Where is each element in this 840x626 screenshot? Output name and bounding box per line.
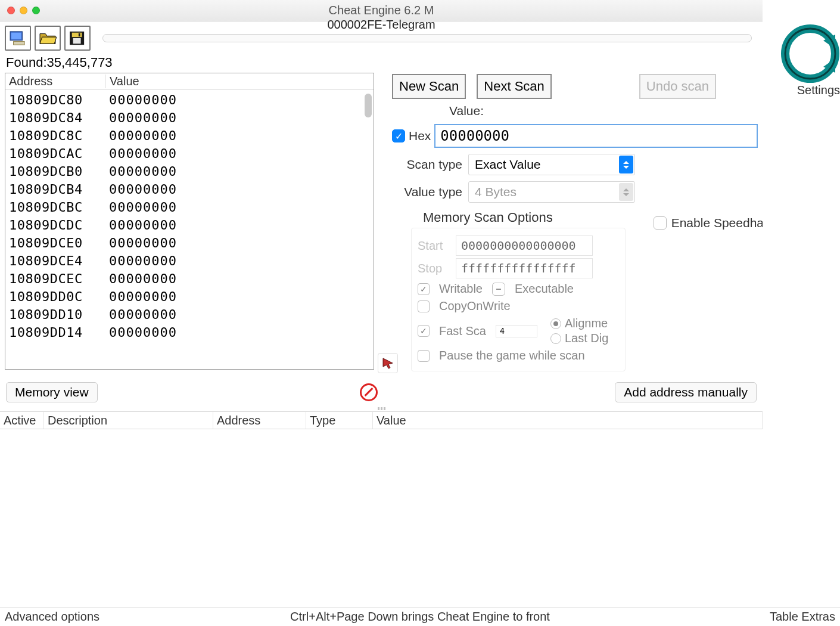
col-description[interactable]: Description	[44, 412, 213, 429]
folder-open-icon	[39, 30, 57, 46]
results-panel: Address Value 10809DC800000000010809DC84…	[5, 73, 374, 377]
executable-label: Executable	[515, 282, 574, 296]
hex-checkbox[interactable]: ✓	[392, 129, 405, 142]
chevron-updown-icon	[619, 183, 633, 201]
result-row[interactable]: 10809DCAC00000000	[5, 145, 374, 163]
arrow-cursor-icon	[382, 357, 394, 369]
close-window-button[interactable]	[7, 7, 15, 14]
minimize-window-button[interactable]	[20, 7, 27, 14]
open-process-button[interactable]	[5, 26, 31, 51]
stop-label: Stop	[418, 262, 450, 275]
result-row[interactable]: 10809DC8000000000	[5, 91, 374, 109]
col-address[interactable]: Address	[213, 412, 306, 429]
svg-rect-4	[72, 33, 82, 37]
value-label: Value:	[449, 104, 758, 118]
svg-rect-5	[73, 38, 81, 44]
window-title: Cheat Engine 6.2 M	[0, 4, 763, 17]
start-address-input[interactable]	[456, 235, 593, 256]
titlebar: Cheat Engine 6.2 M	[0, 0, 763, 21]
next-scan-button[interactable]: Next Scan	[477, 74, 552, 99]
pause-game-label: Pause the game while scan	[439, 349, 585, 362]
results-header: Address Value	[5, 73, 374, 90]
undo-scan-button[interactable]: Undo scan	[639, 74, 716, 99]
scan-type-label: Scan type	[392, 157, 462, 172]
col-type[interactable]: Type	[306, 412, 373, 429]
scan-type-combo[interactable]: Exact Value	[468, 154, 635, 175]
result-row[interactable]: 10809DC8400000000	[5, 109, 374, 127]
last-digits-radio[interactable]	[550, 333, 561, 344]
value-type-combo[interactable]: 4 Bytes	[468, 181, 635, 203]
result-row[interactable]: 10809DCEC00000000	[5, 270, 374, 288]
scan-panel: New Scan Next Scan Undo scan Value: ✓ He…	[379, 73, 758, 377]
memory-view-button[interactable]: Memory view	[6, 382, 98, 402]
svg-rect-2	[14, 42, 25, 45]
writable-label: Writable	[439, 282, 483, 296]
save-button[interactable]	[64, 26, 91, 51]
result-row[interactable]: 10809DD1000000000	[5, 306, 374, 324]
alignment-radio[interactable]	[550, 318, 561, 329]
cheat-table-header: Active Description Address Type Value	[0, 411, 763, 429]
splitter[interactable]	[0, 405, 763, 411]
floppy-disk-icon	[69, 30, 86, 46]
fast-scan-value-input[interactable]	[496, 325, 537, 337]
stop-address-input[interactable]	[456, 258, 593, 278]
enable-speedhack-checkbox[interactable]: ✓	[654, 216, 667, 230]
result-row[interactable]: 10809DD0C00000000	[5, 288, 374, 306]
copyonwrite-label: CopyOnWrite	[439, 299, 511, 313]
start-label: Start	[418, 239, 450, 253]
results-header-address[interactable]: Address	[5, 75, 105, 88]
pause-game-checkbox[interactable]	[418, 350, 430, 362]
result-row[interactable]: 10809DC8C00000000	[5, 127, 374, 145]
alignment-label: Alignme	[565, 317, 608, 330]
result-row[interactable]: 10809DCBC00000000	[5, 199, 374, 216]
new-scan-button[interactable]: New Scan	[392, 74, 466, 99]
zoom-window-button[interactable]	[32, 7, 40, 14]
value-type-label: Value type	[392, 185, 462, 199]
results-body[interactable]: 10809DC800000000010809DC840000000010809D…	[5, 90, 374, 370]
copyonwrite-checkbox[interactable]	[418, 300, 430, 312]
writable-checkbox[interactable]	[418, 283, 430, 295]
arrow-pointer-button[interactable]	[378, 353, 398, 373]
scrollbar-thumb[interactable]	[365, 94, 372, 117]
results-list[interactable]: Address Value 10809DC800000000010809DC84…	[5, 73, 374, 370]
toolbar: 000002FE-Telegram	[0, 21, 763, 55]
grip-icon	[377, 407, 385, 411]
add-address-manually-button[interactable]: Add address manually	[615, 382, 757, 402]
svg-rect-1	[11, 33, 21, 39]
results-header-value[interactable]: Value	[105, 75, 374, 88]
scan-progress-bar	[102, 34, 752, 42]
svg-rect-6	[79, 33, 80, 37]
computer-icon	[9, 30, 27, 46]
value-type-value: 4 Bytes	[475, 185, 517, 199]
col-active[interactable]: Active	[0, 412, 44, 429]
fast-scan-label: Fast Sca	[439, 324, 486, 338]
result-row[interactable]: 10809DCDC00000000	[5, 216, 374, 234]
enable-speedhack-label: Enable Speedha	[671, 216, 763, 230]
col-value[interactable]: Value	[373, 412, 763, 429]
main-area: Address Value 10809DC800000000010809DC84…	[0, 70, 763, 379]
result-row[interactable]: 10809DCE000000000	[5, 234, 374, 252]
found-count: Found:35,445,773	[0, 55, 763, 70]
value-input[interactable]	[434, 124, 758, 148]
result-row[interactable]: 10809DCB000000000	[5, 163, 374, 181]
fast-scan-checkbox[interactable]	[418, 325, 430, 337]
result-row[interactable]: 10809DCE400000000	[5, 252, 374, 270]
clear-list-button[interactable]	[360, 383, 378, 401]
result-row[interactable]: 10809DD1400000000	[5, 324, 374, 342]
cheat-table-body[interactable]	[0, 429, 763, 548]
scan-type-value: Exact Value	[475, 157, 541, 172]
last-digits-label: Last Dig	[565, 331, 608, 345]
hex-label: Hex	[409, 129, 431, 143]
result-row[interactable]: 10809DCB400000000	[5, 181, 374, 199]
enable-speedhack-row: ✓ Enable Speedha	[654, 216, 763, 230]
chevron-updown-icon	[619, 156, 633, 173]
executable-checkbox[interactable]: –	[492, 283, 505, 296]
middle-toolbar: Memory view Add address manually	[0, 379, 763, 405]
window-controls	[0, 7, 40, 14]
memory-scan-options: Memory Scan Options Start Stop Writable …	[392, 210, 758, 371]
open-file-button[interactable]	[35, 26, 61, 51]
